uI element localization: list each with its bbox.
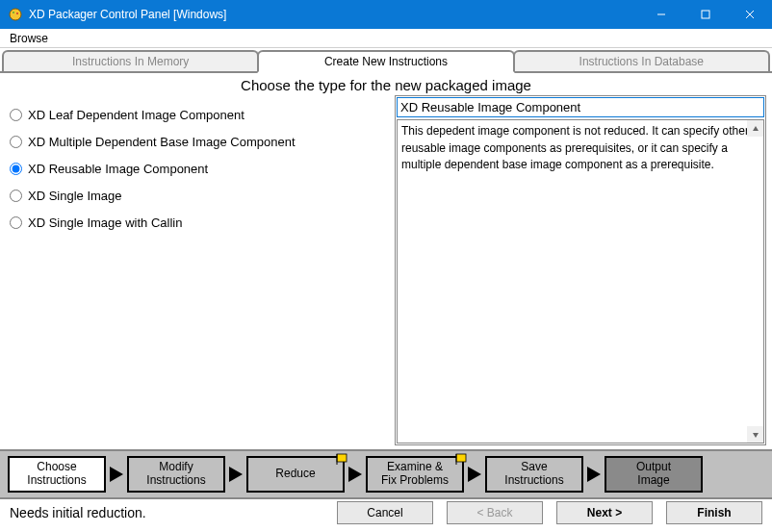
cancel-button[interactable]: Cancel	[337, 501, 433, 524]
button-label: < Back	[476, 506, 512, 519]
radio-label: XD Leaf Dependent Image Component	[28, 108, 244, 122]
detail-panel: This depedent image component is not red…	[395, 95, 766, 445]
arrow-icon	[348, 467, 362, 482]
status-text: Needs initial reduction.	[10, 505, 323, 520]
radio-single-image[interactable]: XD Single Image	[10, 182, 395, 209]
minimize-button[interactable]	[639, 0, 683, 29]
tab-label: Instructions In Memory	[72, 55, 189, 68]
radio-reusable[interactable]: XD Reusable Image Component	[10, 155, 395, 182]
tab-create-new-instructions[interactable]: Create New Instructions	[257, 50, 514, 73]
tab-label: Create New Instructions	[324, 55, 448, 68]
svg-marker-7	[753, 126, 759, 131]
wizard-step-strip: Choose Instructions Modify Instructions …	[0, 449, 772, 499]
radio-leaf-dependent[interactable]: XD Leaf Dependent Image Component	[10, 101, 395, 128]
step-reduce[interactable]: Reduce	[246, 456, 345, 493]
scroll-up-button[interactable]	[747, 120, 763, 137]
svg-point-2	[16, 13, 18, 14]
radio-input[interactable]	[10, 216, 22, 229]
svg-point-0	[10, 9, 21, 20]
svg-rect-11	[456, 454, 466, 462]
step-output-image[interactable]: Output Image	[605, 456, 703, 493]
arrow-icon	[229, 467, 243, 482]
flag-icon	[455, 453, 467, 465]
step-label: Save Instructions	[504, 461, 563, 488]
window-controls	[639, 0, 772, 29]
radio-single-image-callin[interactable]: XD Single Image with Callin	[10, 209, 395, 236]
tab-instructions-in-memory[interactable]: Instructions In Memory	[2, 50, 259, 71]
step-label: Choose Instructions	[27, 461, 86, 488]
type-name-input[interactable]	[397, 97, 764, 117]
radio-input[interactable]	[10, 136, 22, 148]
svg-rect-4	[702, 11, 709, 18]
button-label: Cancel	[367, 506, 402, 519]
button-label: Next >	[587, 506, 622, 519]
menu-browse[interactable]: Browse	[4, 30, 54, 47]
tab-row: Instructions In Memory Create New Instru…	[0, 50, 772, 73]
radio-input[interactable]	[10, 190, 22, 202]
step-choose-instructions[interactable]: Choose Instructions	[8, 456, 106, 493]
scroll-down-button[interactable]	[747, 426, 763, 443]
type-radio-group: XD Leaf Dependent Image Component XD Mul…	[10, 95, 395, 445]
flag-icon	[336, 453, 347, 465]
back-button[interactable]: < Back	[447, 501, 543, 524]
arrow-icon	[587, 467, 601, 482]
maximize-button[interactable]	[683, 0, 728, 29]
step-label: Modify Instructions	[146, 461, 205, 488]
radio-multiple-dependent[interactable]: XD Multiple Dependent Base Image Compone…	[10, 128, 395, 155]
app-icon	[8, 7, 23, 22]
tab-label: Instructions In Database	[579, 55, 704, 68]
arrow-icon	[468, 467, 481, 482]
button-label: Finish	[697, 506, 731, 519]
radio-input[interactable]	[10, 109, 22, 121]
svg-rect-9	[337, 454, 347, 462]
next-button[interactable]: Next >	[556, 501, 653, 524]
step-label: Reduce	[275, 468, 315, 481]
chooser-heading: Choose the type for the new packaged ima…	[0, 73, 772, 95]
bottom-bar: Needs initial reduction. Cancel < Back N…	[0, 499, 772, 532]
title-bar: XD Packager Control Panel [Windows]	[0, 0, 772, 29]
main-content: XD Leaf Dependent Image Component XD Mul…	[0, 95, 772, 449]
radio-label: XD Reusable Image Component	[28, 162, 208, 176]
menu-bar: Browse	[0, 29, 772, 48]
tab-instructions-in-database[interactable]: Instructions In Database	[513, 50, 770, 71]
arrow-icon	[110, 467, 123, 482]
step-examine-fix[interactable]: Examine & Fix Problems	[366, 456, 464, 493]
window-title: XD Packager Control Panel [Windows]	[29, 8, 639, 21]
radio-input[interactable]	[10, 163, 22, 175]
svg-point-1	[13, 12, 14, 13]
step-label: Examine & Fix Problems	[381, 461, 449, 488]
close-button[interactable]	[728, 0, 772, 29]
step-modify-instructions[interactable]: Modify Instructions	[127, 456, 225, 493]
finish-button[interactable]: Finish	[666, 501, 762, 524]
step-label: Output Image	[636, 461, 671, 488]
svg-marker-8	[753, 433, 759, 438]
radio-label: XD Single Image with Callin	[28, 215, 182, 230]
step-save-instructions[interactable]: Save Instructions	[485, 456, 583, 493]
radio-label: XD Single Image	[28, 189, 122, 203]
description-text: This depedent image component is not red…	[401, 124, 749, 171]
radio-label: XD Multiple Dependent Base Image Compone…	[28, 135, 296, 149]
type-description: This depedent image component is not red…	[397, 119, 764, 443]
